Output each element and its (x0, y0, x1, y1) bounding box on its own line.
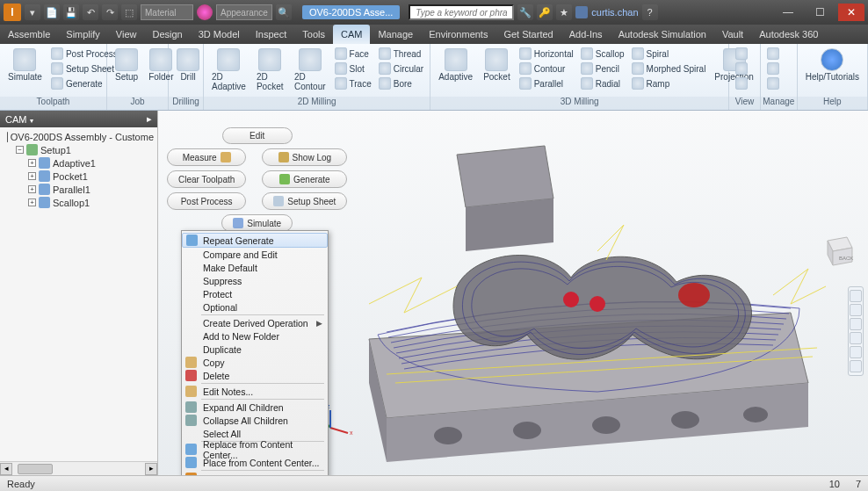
spiral-button[interactable]: Spiral (630, 47, 708, 61)
close-button[interactable]: ✕ (838, 4, 864, 21)
tree-node-adaptive1[interactable]: +Adaptive1 (4, 156, 154, 170)
title-help-icon[interactable]: ? (642, 4, 658, 20)
user-name[interactable]: curtis.chan (591, 7, 638, 18)
2d-pocket-button[interactable]: 2D Pocket (253, 47, 287, 93)
ramp-button[interactable]: Ramp (630, 76, 708, 90)
menu-edit-notes[interactable]: Edit Notes... (182, 385, 328, 398)
nav-lookat-icon[interactable] (850, 360, 862, 372)
qat-redo-icon[interactable]: ↷ (102, 4, 118, 20)
scallop-button[interactable]: Scallop (579, 47, 626, 61)
browser-title[interactable]: CAM ▾▸ (0, 111, 157, 127)
search-input[interactable] (409, 4, 514, 20)
qat-search-icon[interactable]: 🔍 (276, 4, 292, 20)
qat-select-icon[interactable]: ⬚ (121, 4, 137, 20)
edit-button[interactable]: Edit (222, 127, 293, 144)
tab-3d-model[interactable]: 3D Model (191, 25, 248, 44)
face-button[interactable]: Face (333, 47, 373, 61)
expand-icon[interactable]: + (28, 159, 36, 167)
nav-zoom-icon[interactable] (850, 332, 862, 344)
view-cube[interactable]: BACK (817, 232, 857, 272)
title-tool-icon[interactable]: 🔧 (517, 4, 533, 20)
tab-environments[interactable]: Environments (421, 25, 495, 44)
title-key-icon[interactable]: 🔑 (537, 4, 553, 20)
tab-manage[interactable]: Manage (370, 25, 421, 44)
minimize-button[interactable]: — (775, 4, 801, 21)
manage-item-1[interactable] (765, 47, 781, 61)
menu-expand-all-children[interactable]: Expand All Children (182, 401, 328, 414)
trace-button[interactable]: Trace (333, 76, 373, 90)
tab-autodesk-360[interactable]: Autodesk 360 (751, 25, 826, 44)
nav-home-icon[interactable] (850, 290, 862, 302)
tree-node-parallel1[interactable]: +Parallel1 (4, 183, 154, 196)
appearance-dropdown[interactable]: Appearance (216, 4, 272, 20)
post-process-action-button[interactable]: Post Process (167, 192, 246, 210)
tab-get-started[interactable]: Get Started (495, 25, 561, 44)
qat-save-icon[interactable]: 💾 (63, 4, 79, 20)
setup-button[interactable]: Setup (112, 47, 141, 83)
tab-tools[interactable]: Tools (294, 25, 333, 44)
generate-action-button[interactable]: Generate (262, 170, 347, 188)
clear-toolpath-button[interactable]: Clear Toolpath (167, 170, 246, 188)
horizontal-button[interactable]: Horizontal (517, 47, 575, 61)
menu-delete[interactable]: Delete (182, 369, 328, 382)
menu-repeat-generate[interactable]: Repeat Generate (182, 233, 328, 248)
menu-place-from-content-center[interactable]: Place from Content Center... (182, 456, 328, 469)
menu-copy[interactable]: Copy (182, 356, 328, 369)
slot-button[interactable]: Slot (333, 61, 373, 76)
manage-item-2[interactable] (765, 61, 781, 76)
contour-button[interactable]: Contour (517, 61, 575, 76)
nav-wheel-icon[interactable] (850, 304, 862, 316)
menu-compare-and-edit[interactable]: Compare and Edit (182, 248, 328, 261)
menu-optional[interactable]: Optional (182, 300, 328, 314)
drill-button[interactable]: Drill (173, 47, 203, 83)
tree-node-pocket1[interactable]: +Pocket1 (4, 170, 154, 183)
tab-add-ins[interactable]: Add-Ins (561, 25, 611, 44)
material-dropdown[interactable]: Material (141, 4, 193, 20)
menu-protect[interactable]: Protect (182, 287, 328, 300)
tree-setup[interactable]: −Setup1 (4, 143, 154, 156)
view-item-1[interactable] (734, 47, 749, 61)
app-icon[interactable]: I (4, 4, 21, 21)
expand-icon[interactable]: + (28, 172, 36, 180)
tab-vault[interactable]: Vault (714, 25, 751, 44)
browser-scrollbar[interactable]: ◂▸ (0, 461, 157, 475)
view-item-2[interactable] (734, 61, 749, 76)
nav-pan-icon[interactable] (850, 318, 862, 330)
tab-autodesk-simulation[interactable]: Autodesk Simulation (611, 25, 714, 44)
collapse-icon[interactable]: − (16, 146, 24, 154)
menu-create-derived-operation[interactable]: Create Derived Operation▶ (182, 316, 328, 329)
tab-view[interactable]: View (108, 25, 145, 44)
expand-icon[interactable]: + (28, 199, 36, 206)
maximize-button[interactable]: ☐ (807, 4, 833, 21)
document-tab[interactable]: OV6-200DS Asse... (302, 5, 400, 19)
tree-node-scallop1[interactable]: +Scallop1 (4, 196, 154, 209)
measure-button[interactable]: Measure (167, 148, 246, 166)
pocket-button[interactable]: Pocket (480, 47, 514, 83)
thread-button[interactable]: Thread (377, 47, 425, 61)
tree-root[interactable]: OV6-200DS Assembly - Custome (4, 131, 154, 143)
show-log-button[interactable]: Show Log (262, 148, 347, 166)
scrollbar-thumb[interactable] (18, 464, 53, 474)
2d-adaptive-button[interactable]: 2D Adaptive (208, 47, 250, 93)
manage-item-3[interactable] (765, 76, 781, 90)
simulate-button[interactable]: Simulate (4, 47, 46, 83)
parallel-button[interactable]: Parallel (517, 76, 575, 90)
menu-suppress[interactable]: Suppress (182, 274, 328, 287)
circular-button[interactable]: Circular (377, 61, 425, 76)
tab-assemble[interactable]: Assemble (0, 25, 58, 44)
qat-undo-icon[interactable]: ↶ (83, 4, 98, 20)
menu-replace-from-content-center[interactable]: Replace from Content Center... (182, 443, 328, 456)
tab-cam[interactable]: CAM (333, 25, 370, 44)
browser-flyout-icon[interactable]: ▸ (147, 113, 152, 125)
2d-contour-button[interactable]: 2D Contour (291, 47, 329, 93)
morphed-spiral-button[interactable]: Morphed Spiral (630, 61, 708, 76)
menu-add-to-new-folder[interactable]: Add to New Folder (182, 329, 328, 343)
radial-button[interactable]: Radial (579, 76, 626, 90)
tab-inspect[interactable]: Inspect (248, 25, 294, 44)
menu-collapse-all-children[interactable]: Collapse All Children (182, 414, 328, 427)
setup-sheet-action-button[interactable]: Setup Sheet (262, 192, 347, 210)
expand-icon[interactable]: + (28, 185, 36, 193)
nav-orbit-icon[interactable] (850, 346, 862, 358)
user-avatar-icon[interactable] (575, 6, 588, 18)
tab-simplify[interactable]: Simplify (58, 25, 108, 44)
